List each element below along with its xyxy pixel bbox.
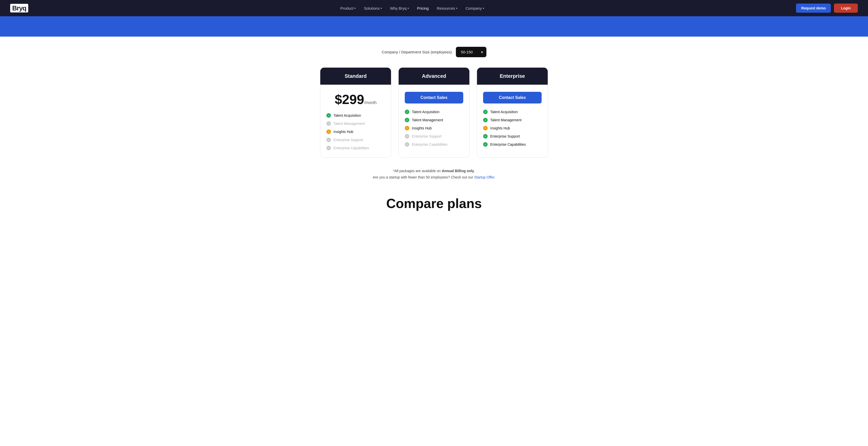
chevron-down-icon: ▾ (354, 7, 355, 10)
navbar: Bryq Product ▾ Solutions ▾ Why Bryq ▾ Pr… (0, 0, 868, 16)
list-item: ✓ Talent Acquisition (405, 109, 463, 114)
footnote-line1: *All packages are available on Annual Bi… (312, 168, 556, 174)
feature-label: Enterprise Capabilities (490, 142, 526, 147)
nav-item-company[interactable]: Company ▾ (466, 6, 484, 10)
list-item: ✓ Insights Hub (405, 126, 463, 130)
feature-label: Talent Management (412, 118, 443, 122)
list-item: ✓ Enterprise Support (405, 134, 463, 138)
footnote-post: . (474, 169, 475, 173)
list-item: ✓ Insights Hub (327, 129, 385, 134)
hero-band (0, 16, 868, 37)
feature-label: Talent Acquisition (490, 110, 518, 114)
chevron-down-icon: ▾ (456, 7, 457, 10)
list-item: ✓ Talent Management (405, 118, 463, 122)
list-item: ✓ Enterprise Capabilities (405, 142, 463, 147)
feature-label: Insights Hub (412, 126, 432, 130)
feature-label: Talent Acquisition (334, 114, 361, 118)
card-advanced-body: Contact Sales ✓ Talent Acquisition ✓ Tal… (399, 85, 469, 156)
card-enterprise-title: Enterprise (500, 73, 525, 79)
nav-actions: Request demo Login (796, 4, 858, 13)
feature-label: Insights Hub (334, 130, 353, 134)
feature-label: Talent Acquisition (412, 110, 439, 114)
check-icon: ✓ (405, 126, 409, 130)
startup-offer-link[interactable]: Startup Offer (474, 175, 494, 179)
card-standard-header: Standard (320, 68, 391, 85)
card-enterprise: Enterprise Contact Sales ✓ Talent Acquis… (477, 67, 548, 158)
feature-label: Enterprise Support (412, 134, 442, 138)
logo[interactable]: Bryq (10, 4, 28, 12)
check-icon: ✓ (405, 134, 409, 138)
feature-label: Talent Management (490, 118, 522, 122)
footnote: *All packages are available on Annual Bi… (312, 168, 556, 181)
login-button[interactable]: Login (834, 4, 858, 13)
list-item: ✓ Talent Management (327, 121, 385, 126)
check-icon: ✓ (483, 118, 488, 122)
footnote-line2-post: . (494, 175, 495, 179)
card-standard-body: $299/month ✓ Talent Acquisition ✓ Talent… (320, 85, 391, 157)
size-dropdown[interactable]: 50-150 1-49 151-500 500+ (456, 47, 487, 57)
size-selector: Company / Department Size (employees): 5… (312, 47, 556, 57)
card-standard: Standard $299/month ✓ Talent Acquisition… (320, 67, 391, 158)
list-item: ✓ Enterprise Capabilities (327, 146, 385, 150)
list-item: ✓ Enterprise Support (483, 134, 541, 138)
check-icon: ✓ (327, 146, 331, 150)
list-item: ✓ Talent Acquisition (483, 109, 541, 114)
feature-label: Insights Hub (490, 126, 510, 130)
nav-item-resources[interactable]: Resources ▾ (437, 6, 457, 10)
list-item: ✓ Insights Hub (483, 126, 541, 130)
main-content: Company / Department Size (employees): 5… (307, 37, 561, 226)
footnote-pre: *All packages are available on (393, 169, 442, 173)
feature-list-enterprise: ✓ Talent Acquisition ✓ Talent Management… (483, 109, 541, 147)
card-standard-price: $299/month (327, 92, 385, 107)
price-amount: $299 (335, 92, 364, 107)
feature-label: Talent Management (334, 122, 365, 126)
contact-sales-button-advanced[interactable]: Contact Sales (405, 92, 463, 103)
size-selector-label: Company / Department Size (employees): (381, 50, 453, 54)
card-advanced-header: Advanced (399, 68, 469, 85)
card-enterprise-body: Contact Sales ✓ Talent Acquisition ✓ Tal… (477, 85, 548, 156)
nav-item-pricing[interactable]: Pricing (417, 6, 429, 10)
nav-links: Product ▾ Solutions ▾ Why Bryq ▾ Pricing… (340, 6, 484, 10)
card-advanced-title: Advanced (422, 73, 446, 79)
card-standard-title: Standard (345, 73, 367, 79)
logo-text: Bryq (10, 4, 28, 12)
check-icon: ✓ (327, 113, 331, 118)
feature-label: Enterprise Support (334, 138, 363, 142)
pricing-cards: Standard $299/month ✓ Talent Acquisition… (312, 67, 556, 158)
compare-plans-title: Compare plans (312, 196, 556, 211)
check-icon: ✓ (483, 126, 488, 130)
chevron-down-icon: ▾ (407, 7, 409, 10)
card-advanced: Advanced Contact Sales ✓ Talent Acquisit… (398, 67, 470, 158)
feature-list-standard: ✓ Talent Acquisition ✓ Talent Management… (327, 113, 385, 150)
list-item: ✓ Talent Management (483, 118, 541, 122)
feature-label: Enterprise Support (490, 134, 520, 138)
contact-sales-button-enterprise[interactable]: Contact Sales (483, 92, 541, 103)
footnote-line2: Are you a startup with fewer than 50 emp… (312, 174, 556, 181)
footnote-line2-pre: Are you a startup with fewer than 50 emp… (373, 175, 474, 179)
chevron-down-icon: ▾ (380, 7, 382, 10)
check-icon: ✓ (405, 118, 409, 122)
footnote-bold: Annual Billing only (442, 169, 474, 173)
check-icon: ✓ (327, 137, 331, 142)
feature-list-advanced: ✓ Talent Acquisition ✓ Talent Management… (405, 109, 463, 147)
check-icon: ✓ (327, 121, 331, 126)
check-icon: ✓ (483, 109, 488, 114)
list-item: ✓ Talent Acquisition (327, 113, 385, 118)
chevron-down-icon: ▾ (483, 7, 484, 10)
price-period: /month (364, 100, 376, 105)
size-dropdown-wrap: 50-150 1-49 151-500 500+ ▾ (456, 47, 487, 57)
check-icon: ✓ (483, 142, 488, 147)
nav-item-whybryq[interactable]: Why Bryq ▾ (390, 6, 409, 10)
request-demo-button[interactable]: Request demo (796, 4, 831, 13)
check-icon: ✓ (405, 109, 409, 114)
list-item: ✓ Enterprise Capabilities (483, 142, 541, 147)
card-enterprise-header: Enterprise (477, 68, 548, 85)
feature-label: Enterprise Capabilities (334, 146, 369, 150)
nav-item-solutions[interactable]: Solutions ▾ (364, 6, 382, 10)
list-item: ✓ Enterprise Support (327, 137, 385, 142)
check-icon: ✓ (483, 134, 488, 138)
feature-label: Enterprise Capabilities (412, 142, 447, 147)
check-icon: ✓ (327, 129, 331, 134)
nav-item-product[interactable]: Product ▾ (340, 6, 356, 10)
check-icon: ✓ (405, 142, 409, 147)
